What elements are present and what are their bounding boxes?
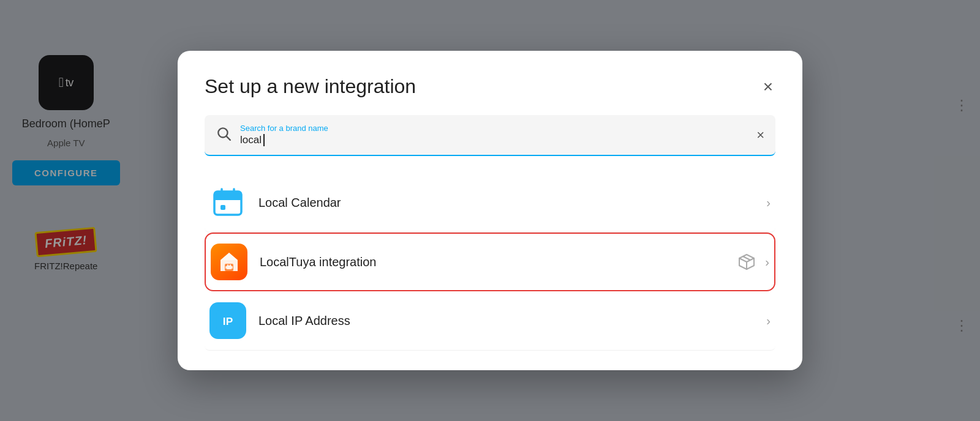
svg-line-16 bbox=[739, 258, 747, 262]
integration-item-localtuya[interactable]: LocalTuya integration › bbox=[205, 233, 775, 291]
search-placeholder: Search for a brand name bbox=[240, 124, 748, 133]
search-bar[interactable]: Search for a brand name local × bbox=[205, 115, 775, 156]
integration-item-local-ip[interactable]: IP Local IP Address › bbox=[205, 291, 775, 351]
localtuya-chevron: › bbox=[765, 255, 769, 269]
modal-title: Set up a new integration bbox=[205, 75, 416, 98]
svg-rect-9 bbox=[227, 266, 232, 269]
svg-text:IP: IP bbox=[223, 315, 233, 327]
search-input-wrap: Search for a brand name local bbox=[240, 124, 748, 146]
localtuya-name: LocalTuya integration bbox=[260, 255, 737, 269]
svg-line-19 bbox=[743, 256, 750, 260]
local-ip-name: Local IP Address bbox=[258, 314, 766, 328]
integration-list: Local Calendar › bbox=[205, 173, 775, 351]
custom-integration-badge bbox=[737, 252, 756, 272]
local-ip-icon: IP bbox=[209, 302, 246, 339]
integration-item-local-calendar[interactable]: Local Calendar › bbox=[205, 173, 775, 233]
svg-line-1 bbox=[227, 136, 230, 140]
svg-rect-4 bbox=[214, 196, 241, 200]
search-icon bbox=[216, 125, 232, 145]
local-calendar-name: Local Calendar bbox=[258, 196, 766, 210]
modal-backdrop: Set up a new integration × Search for a … bbox=[0, 0, 980, 421]
local-calendar-icon bbox=[209, 184, 246, 221]
localtuya-icon bbox=[211, 244, 247, 280]
modal-close-button[interactable]: × bbox=[761, 76, 775, 98]
search-value: local bbox=[240, 134, 748, 146]
text-cursor bbox=[263, 134, 265, 146]
local-calendar-chevron: › bbox=[766, 196, 771, 210]
search-clear-button[interactable]: × bbox=[756, 127, 764, 143]
modal: Set up a new integration × Search for a … bbox=[178, 51, 802, 370]
modal-header: Set up a new integration × bbox=[205, 75, 775, 98]
svg-rect-7 bbox=[221, 205, 225, 210]
local-ip-chevron: › bbox=[766, 314, 771, 328]
